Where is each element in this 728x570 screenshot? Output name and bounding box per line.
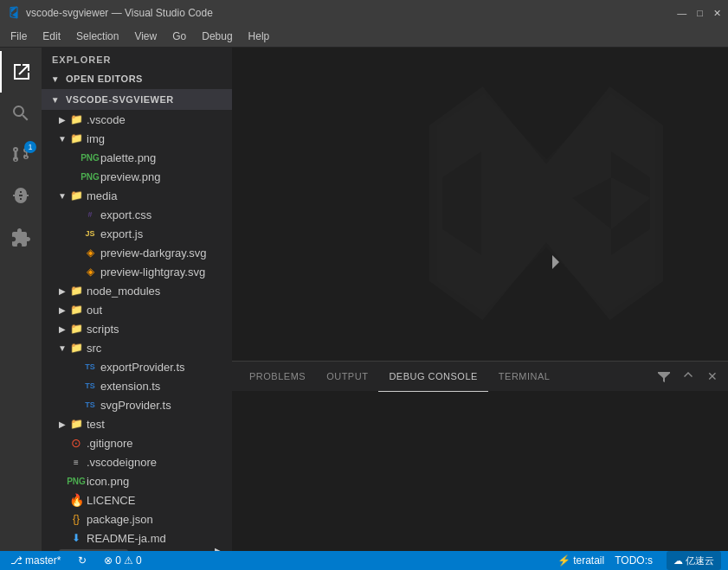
tree-item-licence[interactable]: ▶ 🔥 LICENCE <box>42 490 232 509</box>
tree-item-src[interactable]: ▼ 📁 src <box>42 338 232 357</box>
statusbar-teratail[interactable]: ⚡ teratail <box>554 551 608 570</box>
activity-search[interactable] <box>0 93 42 134</box>
panel-collapse-button[interactable] <box>680 368 697 385</box>
tree-item-vscode[interactable]: ▶ 📁 .vscode <box>42 110 232 129</box>
tab-terminal[interactable]: TERMINAL <box>488 362 561 392</box>
scroll-right-arrow[interactable]: ▶ <box>215 544 225 552</box>
tree-label: .vscode <box>87 113 126 126</box>
tree-item-exportprovider-ts[interactable]: ▶ TS exportProvider.ts <box>42 357 232 376</box>
app-icon <box>7 6 21 20</box>
tree-label: package.json <box>87 513 153 526</box>
close-button[interactable]: ✕ <box>713 8 721 19</box>
vscode-watermark <box>416 74 676 336</box>
svg-icon: ◈ <box>83 246 97 259</box>
branch-label: master* <box>25 554 61 567</box>
tree-item-out[interactable]: ▶ 📁 out <box>42 300 232 319</box>
panel-tabs: PROBLEMS OUTPUT DEBUG CONSOLE TERMINAL <box>232 362 728 392</box>
minimize-button[interactable]: — <box>677 8 686 19</box>
tree-item-preview-darkgray-svg[interactable]: ▶ ◈ preview-darkgray.svg <box>42 243 232 262</box>
warning-count: 0 <box>136 554 142 567</box>
tab-problems[interactable]: PROBLEMS <box>239 362 316 392</box>
panel-filter-button[interactable] <box>655 368 673 385</box>
activity-debug[interactable] <box>0 176 42 217</box>
tree-label: export.css <box>100 208 151 221</box>
tree-item-palette-png[interactable]: ▶ PNG palette.png <box>42 148 232 167</box>
tree-item-scripts[interactable]: ▶ 📁 scripts <box>42 319 232 338</box>
tree-label: exportProvider.ts <box>100 361 185 374</box>
activity-source-control[interactable]: 1 <box>0 134 42 176</box>
panel-close-button[interactable]: ✕ <box>704 368 721 385</box>
panel-content <box>232 392 728 551</box>
vscode-svgviewer-section[interactable]: ▼ VSCODE-SVGVIEWER <box>42 89 232 110</box>
tree-item-export-css[interactable]: ▶ # export.css <box>42 205 232 224</box>
statusbar-todo[interactable]: TODO:s <box>611 551 656 570</box>
tree-item-test[interactable]: ▶ 📁 test <box>42 414 232 433</box>
chevron-media: ▼ <box>55 189 69 202</box>
titlebar: vscode-svgviewer — Visual Studio Code — … <box>0 0 728 26</box>
brand-label: 亿速云 <box>686 554 714 567</box>
folder-icon: 📁 <box>69 341 83 355</box>
vscode-svgviewer-label: VSCODE-SVGVIEWER <box>66 94 174 105</box>
js-icon: JS <box>83 227 97 240</box>
warning-icon: ⚠ <box>124 554 133 567</box>
tree-item-node-modules[interactable]: ▶ 📁 node_modules <box>42 281 232 300</box>
chevron-src: ▼ <box>55 341 69 355</box>
tree-item-icon-png[interactable]: ▶ PNG icon.png <box>42 471 232 490</box>
tree-label: preview-lightgray.svg <box>100 266 205 279</box>
activity-explorer[interactable] <box>0 51 42 93</box>
tree-label: LICENCE <box>87 494 135 507</box>
menu-edit[interactable]: Edit <box>35 29 68 44</box>
folder-icon: 📁 <box>69 112 83 126</box>
css-icon: # <box>83 208 97 221</box>
statusbar-brand[interactable]: ☁ 亿速云 <box>667 551 721 570</box>
maximize-button[interactable]: □ <box>697 8 703 19</box>
tab-output[interactable]: OUTPUT <box>316 362 378 392</box>
chevron-vscode: ▶ <box>55 112 69 126</box>
tree-item-media[interactable]: ▼ 📁 media <box>42 186 232 205</box>
teratail-label: teratail <box>573 554 604 567</box>
activity-bar: 1 <box>0 48 42 551</box>
tree-item-vscodeignore[interactable]: ▶ ≡ .vscodeignore <box>42 452 232 471</box>
menu-selection[interactable]: Selection <box>69 29 126 44</box>
tree-item-img[interactable]: ▼ 📁 img <box>42 129 232 148</box>
tree-item-preview-png[interactable]: ▶ PNG preview.png <box>42 167 232 186</box>
png-icon: PNG <box>69 474 83 488</box>
tree-item-package-json[interactable]: ▶ {} package.json <box>42 509 232 528</box>
chevron-out: ▶ <box>55 303 69 317</box>
branch-icon: ⎇ <box>10 554 23 567</box>
tree-label: .gitignore <box>87 437 132 450</box>
menu-go[interactable]: Go <box>165 29 193 44</box>
sync-icon: ↻ <box>78 554 87 567</box>
tree-label: .vscodeignore <box>87 456 157 469</box>
statusbar-branch[interactable]: ⎇ master* <box>7 551 64 570</box>
tree-label: preview-darkgray.svg <box>100 247 207 259</box>
source-control-badge: 1 <box>24 141 36 153</box>
open-editors-section[interactable]: ▼ OPEN EDITORS <box>42 68 232 89</box>
tree-item-preview-lightgray-svg[interactable]: ▶ ◈ preview-lightgray.svg <box>42 262 232 281</box>
tree-label: img <box>87 132 105 145</box>
tree-item-export-js[interactable]: ▶ JS export.js <box>42 224 232 243</box>
editor-area: PROBLEMS OUTPUT DEBUG CONSOLE TERMINAL <box>232 48 728 551</box>
menu-view[interactable]: View <box>127 29 164 44</box>
menu-help[interactable]: Help <box>242 29 277 44</box>
vscodeignore-icon: ≡ <box>69 455 83 469</box>
ts-icon: TS <box>83 360 97 374</box>
tab-debug-console[interactable]: DEBUG CONSOLE <box>378 362 487 392</box>
panel-actions: ✕ <box>655 368 721 385</box>
statusbar-errors[interactable]: ⊗ 0 ⚠ 0 <box>100 551 145 570</box>
statusbar-sync[interactable]: ↻ <box>74 551 90 570</box>
tree-item-readme-ja-md[interactable]: ▶ ⬇ README-ja.md <box>42 528 232 548</box>
tree-label: README-ja.md <box>87 532 166 545</box>
tree-item-gitignore[interactable]: ▶ ⊙ .gitignore <box>42 433 232 452</box>
tree-item-extension-ts[interactable]: ▶ TS extension.ts <box>42 376 232 395</box>
activity-extensions[interactable] <box>0 217 42 259</box>
svg-marker-0 <box>437 94 655 312</box>
titlebar-controls[interactable]: — □ ✕ <box>677 8 721 19</box>
tree-item-svgprovider-ts[interactable]: ▶ TS svgProvider.ts <box>42 395 232 414</box>
folder-icon: 📁 <box>69 131 83 145</box>
menu-debug[interactable]: Debug <box>195 29 239 44</box>
menu-file[interactable]: File <box>3 29 34 44</box>
chevron-scripts: ▶ <box>55 322 69 336</box>
chevron-img: ▼ <box>55 131 69 145</box>
tree-label: media <box>87 189 117 202</box>
